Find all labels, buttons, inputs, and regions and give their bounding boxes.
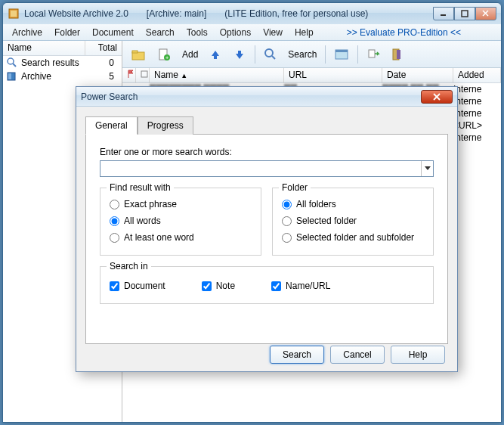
dialog-help-button[interactable]: Help xyxy=(391,346,445,364)
close-button[interactable] xyxy=(475,7,496,20)
svg-rect-21 xyxy=(397,50,400,59)
book-icon xyxy=(6,70,18,82)
search-in-group: Search in Document Note Name/URL xyxy=(100,266,434,304)
up-button[interactable] xyxy=(205,44,226,65)
svg-rect-1 xyxy=(11,11,17,17)
minimize-button[interactable] xyxy=(433,7,454,20)
down-button[interactable] xyxy=(229,44,250,65)
radio-exact-phrase[interactable]: Exact phrase xyxy=(110,196,252,212)
svg-rect-18 xyxy=(335,50,348,52)
combo-dropdown-arrow[interactable] xyxy=(421,161,433,176)
radio-selected-folder[interactable]: Selected folder xyxy=(282,212,424,229)
sidebar-item-label: Archive xyxy=(21,71,88,82)
col-flag[interactable] xyxy=(122,68,136,82)
svg-point-15 xyxy=(265,49,273,57)
menu-archive[interactable]: Archive xyxy=(6,26,48,39)
power-search-dialog: Power Search General Progress Enter one … xyxy=(76,86,458,372)
radio-at-least-one[interactable]: At least one word xyxy=(110,229,252,246)
svg-rect-22 xyxy=(141,71,147,77)
app-icon xyxy=(8,8,20,20)
window-edition: (LITE Edition, free for personal use) xyxy=(224,8,368,19)
col-date[interactable]: Date xyxy=(382,68,453,82)
magnifier-icon xyxy=(6,57,18,69)
col-star[interactable] xyxy=(136,68,150,82)
dialog-search-button[interactable]: Search xyxy=(270,346,324,364)
col-name[interactable]: Name ▲ xyxy=(150,68,284,82)
menu-document[interactable]: Document xyxy=(86,26,140,39)
toolbar: + Add Search xyxy=(122,41,501,68)
search-words-combo[interactable] xyxy=(100,160,434,177)
dialog-titlebar[interactable]: Power Search xyxy=(76,87,457,107)
tab-panel-general: Enter one or more search words: Find res… xyxy=(85,134,448,344)
folder-group-title: Folder xyxy=(279,182,311,193)
svg-rect-9 xyxy=(8,73,11,79)
maximize-button[interactable] xyxy=(454,7,475,20)
check-note[interactable]: Note xyxy=(202,278,235,294)
sidebar-item-search-results[interactable]: Search results 0 xyxy=(3,56,122,70)
check-document[interactable]: Document xyxy=(110,278,165,294)
svg-line-7 xyxy=(13,64,16,67)
sidebar-col-name[interactable]: Name xyxy=(3,41,85,55)
browser-button[interactable] xyxy=(330,44,353,65)
window-title: Local Website Archive 2.0 xyxy=(24,8,128,19)
dialog-cancel-button[interactable]: Cancel xyxy=(330,346,385,364)
sidebar-item-count: 5 xyxy=(88,71,119,82)
svg-rect-11 xyxy=(132,51,138,53)
sidebar-item-count: 0 xyxy=(88,57,119,68)
evaluate-link[interactable]: >> Evaluate PRO-Edition << xyxy=(341,26,467,39)
sidebar-item-label: Search results xyxy=(21,57,88,68)
find-result-group: Find result with Exact phrase All words … xyxy=(100,188,261,256)
menu-view[interactable]: View xyxy=(257,26,289,39)
dialog-title: Power Search xyxy=(81,92,138,102)
search-words-input[interactable] xyxy=(100,163,421,174)
dialog-close-button[interactable] xyxy=(421,90,453,104)
window-archive-tag: [Archive: main] xyxy=(147,8,206,19)
radio-all-folders[interactable]: All folders xyxy=(282,196,424,212)
new-doc-button[interactable]: + xyxy=(153,44,175,65)
tab-general[interactable]: General xyxy=(85,116,138,135)
svg-line-16 xyxy=(272,56,275,59)
export-button[interactable] xyxy=(363,44,384,65)
find-result-title: Find result with xyxy=(107,182,174,193)
search-button[interactable]: Search xyxy=(284,44,320,65)
sidebar-item-archive[interactable]: Archive 5 xyxy=(3,70,122,83)
svg-rect-3 xyxy=(462,11,468,17)
svg-text:+: + xyxy=(165,54,169,61)
exit-button[interactable] xyxy=(387,44,408,65)
search-icon-button[interactable] xyxy=(260,44,281,65)
menu-search[interactable]: Search xyxy=(140,26,181,39)
col-url[interactable]: URL xyxy=(284,68,382,82)
svg-point-6 xyxy=(8,58,14,64)
menu-help[interactable]: Help xyxy=(289,26,320,39)
add-label: Add xyxy=(182,49,198,60)
titlebar[interactable]: Local Website Archive 2.0 [Archive: main… xyxy=(3,3,501,24)
menu-tools[interactable]: Tools xyxy=(181,26,214,39)
radio-all-words[interactable]: All words xyxy=(110,212,252,229)
search-label: Search xyxy=(288,49,317,60)
check-name-url[interactable]: Name/URL xyxy=(271,278,330,294)
add-button[interactable]: Add xyxy=(178,44,202,65)
col-added[interactable]: Added xyxy=(453,68,501,82)
svg-rect-19 xyxy=(369,50,375,57)
list-header: Name ▲ URL Date Added xyxy=(122,68,501,83)
sidebar-col-total[interactable]: Total xyxy=(85,41,122,55)
folder-group: Folder All folders Selected folder Selec… xyxy=(272,188,434,256)
search-words-label: Enter one or more search words: xyxy=(100,147,434,157)
search-in-title: Search in xyxy=(107,261,151,271)
tab-progress[interactable]: Progress xyxy=(138,116,193,135)
menu-options[interactable]: Options xyxy=(214,26,257,39)
menu-folder[interactable]: Folder xyxy=(48,26,86,39)
menubar: Archive Folder Document Search Tools Opt… xyxy=(3,24,501,41)
main-window: Local Website Archive 2.0 [Archive: main… xyxy=(2,2,502,423)
radio-selected-subfolder[interactable]: Selected folder and subfolder xyxy=(282,229,424,246)
folder-button[interactable] xyxy=(127,44,150,65)
